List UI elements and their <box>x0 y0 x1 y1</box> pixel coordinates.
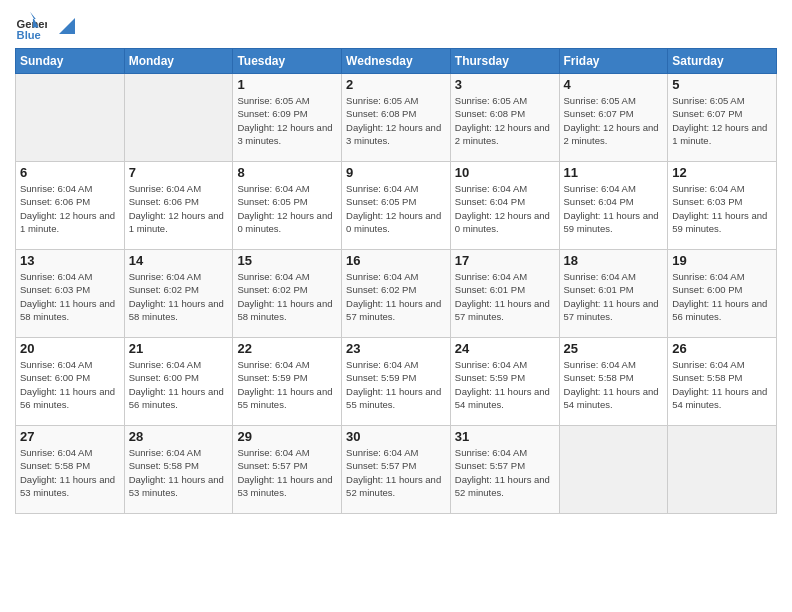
day-info: Sunrise: 6:04 AM Sunset: 5:59 PM Dayligh… <box>237 358 337 411</box>
day-number: 25 <box>564 341 664 356</box>
calendar-cell: 14Sunrise: 6:04 AM Sunset: 6:02 PM Dayli… <box>124 250 233 338</box>
calendar-cell: 4Sunrise: 6:05 AM Sunset: 6:07 PM Daylig… <box>559 74 668 162</box>
calendar-cell: 19Sunrise: 6:04 AM Sunset: 6:00 PM Dayli… <box>668 250 777 338</box>
day-number: 23 <box>346 341 446 356</box>
calendar-week-3: 13Sunrise: 6:04 AM Sunset: 6:03 PM Dayli… <box>16 250 777 338</box>
calendar-week-4: 20Sunrise: 6:04 AM Sunset: 6:00 PM Dayli… <box>16 338 777 426</box>
weekday-header-sunday: Sunday <box>16 49 125 74</box>
day-number: 2 <box>346 77 446 92</box>
page-container: General Blue SundayMondayTuesdayWednesda… <box>0 0 792 524</box>
day-number: 17 <box>455 253 555 268</box>
day-info: Sunrise: 6:04 AM Sunset: 5:57 PM Dayligh… <box>455 446 555 499</box>
day-number: 9 <box>346 165 446 180</box>
day-info: Sunrise: 6:04 AM Sunset: 5:57 PM Dayligh… <box>346 446 446 499</box>
calendar-cell: 9Sunrise: 6:04 AM Sunset: 6:05 PM Daylig… <box>342 162 451 250</box>
svg-text:Blue: Blue <box>17 29 41 41</box>
day-info: Sunrise: 6:04 AM Sunset: 5:58 PM Dayligh… <box>129 446 229 499</box>
day-number: 29 <box>237 429 337 444</box>
calendar-cell: 11Sunrise: 6:04 AM Sunset: 6:04 PM Dayli… <box>559 162 668 250</box>
day-info: Sunrise: 6:04 AM Sunset: 5:58 PM Dayligh… <box>564 358 664 411</box>
day-info: Sunrise: 6:04 AM Sunset: 6:00 PM Dayligh… <box>129 358 229 411</box>
weekday-header-saturday: Saturday <box>668 49 777 74</box>
logo-triangle-icon <box>55 14 79 38</box>
calendar-cell: 13Sunrise: 6:04 AM Sunset: 6:03 PM Dayli… <box>16 250 125 338</box>
calendar-cell: 21Sunrise: 6:04 AM Sunset: 6:00 PM Dayli… <box>124 338 233 426</box>
calendar-cell: 16Sunrise: 6:04 AM Sunset: 6:02 PM Dayli… <box>342 250 451 338</box>
day-number: 15 <box>237 253 337 268</box>
weekday-header-friday: Friday <box>559 49 668 74</box>
day-number: 10 <box>455 165 555 180</box>
calendar-cell <box>668 426 777 514</box>
calendar-cell: 10Sunrise: 6:04 AM Sunset: 6:04 PM Dayli… <box>450 162 559 250</box>
logo: General Blue <box>15 10 79 42</box>
calendar-cell: 1Sunrise: 6:05 AM Sunset: 6:09 PM Daylig… <box>233 74 342 162</box>
header: General Blue <box>15 10 777 42</box>
day-info: Sunrise: 6:04 AM Sunset: 5:59 PM Dayligh… <box>455 358 555 411</box>
day-number: 5 <box>672 77 772 92</box>
day-number: 22 <box>237 341 337 356</box>
day-info: Sunrise: 6:04 AM Sunset: 6:05 PM Dayligh… <box>237 182 337 235</box>
day-info: Sunrise: 6:05 AM Sunset: 6:07 PM Dayligh… <box>672 94 772 147</box>
day-number: 8 <box>237 165 337 180</box>
calendar-cell: 26Sunrise: 6:04 AM Sunset: 5:58 PM Dayli… <box>668 338 777 426</box>
day-info: Sunrise: 6:05 AM Sunset: 6:08 PM Dayligh… <box>455 94 555 147</box>
calendar-cell: 28Sunrise: 6:04 AM Sunset: 5:58 PM Dayli… <box>124 426 233 514</box>
day-number: 14 <box>129 253 229 268</box>
weekday-header-row: SundayMondayTuesdayWednesdayThursdayFrid… <box>16 49 777 74</box>
day-info: Sunrise: 6:04 AM Sunset: 6:04 PM Dayligh… <box>564 182 664 235</box>
day-info: Sunrise: 6:04 AM Sunset: 6:00 PM Dayligh… <box>20 358 120 411</box>
day-info: Sunrise: 6:04 AM Sunset: 6:05 PM Dayligh… <box>346 182 446 235</box>
calendar-cell: 8Sunrise: 6:04 AM Sunset: 6:05 PM Daylig… <box>233 162 342 250</box>
calendar-cell: 20Sunrise: 6:04 AM Sunset: 6:00 PM Dayli… <box>16 338 125 426</box>
day-info: Sunrise: 6:05 AM Sunset: 6:09 PM Dayligh… <box>237 94 337 147</box>
calendar-cell: 25Sunrise: 6:04 AM Sunset: 5:58 PM Dayli… <box>559 338 668 426</box>
day-number: 13 <box>20 253 120 268</box>
day-number: 1 <box>237 77 337 92</box>
day-info: Sunrise: 6:05 AM Sunset: 6:07 PM Dayligh… <box>564 94 664 147</box>
day-number: 11 <box>564 165 664 180</box>
calendar-cell: 29Sunrise: 6:04 AM Sunset: 5:57 PM Dayli… <box>233 426 342 514</box>
day-number: 4 <box>564 77 664 92</box>
svg-text:General: General <box>17 18 47 30</box>
calendar-cell: 22Sunrise: 6:04 AM Sunset: 5:59 PM Dayli… <box>233 338 342 426</box>
calendar-cell: 24Sunrise: 6:04 AM Sunset: 5:59 PM Dayli… <box>450 338 559 426</box>
day-number: 20 <box>20 341 120 356</box>
calendar-cell: 17Sunrise: 6:04 AM Sunset: 6:01 PM Dayli… <box>450 250 559 338</box>
weekday-header-tuesday: Tuesday <box>233 49 342 74</box>
weekday-header-monday: Monday <box>124 49 233 74</box>
day-info: Sunrise: 6:04 AM Sunset: 6:01 PM Dayligh… <box>564 270 664 323</box>
calendar-cell: 3Sunrise: 6:05 AM Sunset: 6:08 PM Daylig… <box>450 74 559 162</box>
day-number: 30 <box>346 429 446 444</box>
calendar-cell: 27Sunrise: 6:04 AM Sunset: 5:58 PM Dayli… <box>16 426 125 514</box>
day-number: 6 <box>20 165 120 180</box>
day-info: Sunrise: 6:04 AM Sunset: 5:59 PM Dayligh… <box>346 358 446 411</box>
calendar-cell <box>559 426 668 514</box>
day-info: Sunrise: 6:04 AM Sunset: 6:02 PM Dayligh… <box>237 270 337 323</box>
calendar-cell <box>16 74 125 162</box>
day-info: Sunrise: 6:04 AM Sunset: 6:01 PM Dayligh… <box>455 270 555 323</box>
svg-marker-3 <box>59 18 75 34</box>
day-info: Sunrise: 6:05 AM Sunset: 6:08 PM Dayligh… <box>346 94 446 147</box>
calendar-cell: 7Sunrise: 6:04 AM Sunset: 6:06 PM Daylig… <box>124 162 233 250</box>
calendar-cell: 6Sunrise: 6:04 AM Sunset: 6:06 PM Daylig… <box>16 162 125 250</box>
day-info: Sunrise: 6:04 AM Sunset: 5:58 PM Dayligh… <box>672 358 772 411</box>
calendar-cell: 31Sunrise: 6:04 AM Sunset: 5:57 PM Dayli… <box>450 426 559 514</box>
weekday-header-thursday: Thursday <box>450 49 559 74</box>
day-number: 21 <box>129 341 229 356</box>
day-number: 26 <box>672 341 772 356</box>
calendar-cell: 18Sunrise: 6:04 AM Sunset: 6:01 PM Dayli… <box>559 250 668 338</box>
weekday-header-wednesday: Wednesday <box>342 49 451 74</box>
calendar-cell: 30Sunrise: 6:04 AM Sunset: 5:57 PM Dayli… <box>342 426 451 514</box>
day-number: 27 <box>20 429 120 444</box>
day-number: 3 <box>455 77 555 92</box>
day-info: Sunrise: 6:04 AM Sunset: 5:57 PM Dayligh… <box>237 446 337 499</box>
day-info: Sunrise: 6:04 AM Sunset: 6:02 PM Dayligh… <box>129 270 229 323</box>
day-info: Sunrise: 6:04 AM Sunset: 6:03 PM Dayligh… <box>672 182 772 235</box>
day-info: Sunrise: 6:04 AM Sunset: 6:06 PM Dayligh… <box>129 182 229 235</box>
day-number: 12 <box>672 165 772 180</box>
calendar-cell <box>124 74 233 162</box>
calendar-table: SundayMondayTuesdayWednesdayThursdayFrid… <box>15 48 777 514</box>
day-info: Sunrise: 6:04 AM Sunset: 6:00 PM Dayligh… <box>672 270 772 323</box>
day-number: 16 <box>346 253 446 268</box>
calendar-cell: 12Sunrise: 6:04 AM Sunset: 6:03 PM Dayli… <box>668 162 777 250</box>
